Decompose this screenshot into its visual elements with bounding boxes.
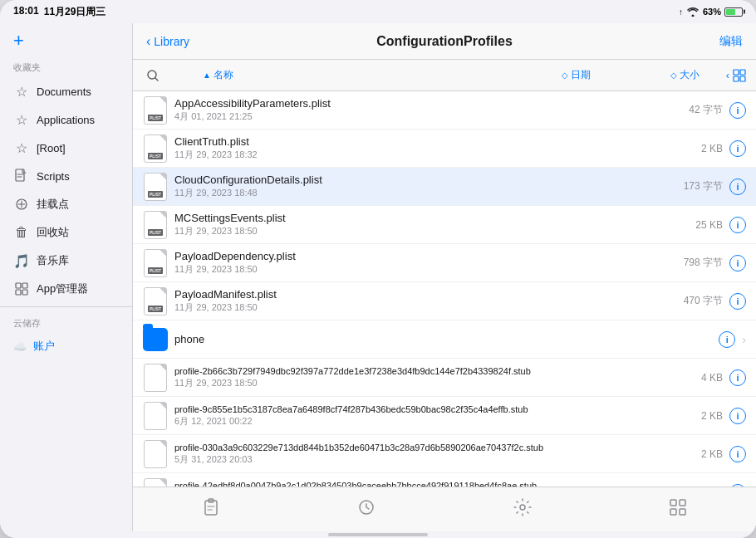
tab-clipboard[interactable] <box>186 497 236 519</box>
file-row[interactable]: PLIST AppAccessibilityParameters.plist 4… <box>133 91 756 130</box>
file-info: profile-2b66c3b729f7949dbc92f397a772dde1… <box>174 366 666 389</box>
file-size: 25 KB <box>673 219 723 231</box>
sort-size-arrow: ◇ <box>670 71 677 80</box>
file-info-button[interactable]: i <box>729 255 746 271</box>
sidebar-item-trash[interactable]: 🗑 回收站 <box>0 218 132 247</box>
file-name: ClientTruth.plist <box>174 135 666 148</box>
file-row[interactable]: profile-2b66c3b729f7949dbc92f397a772dde1… <box>133 359 756 397</box>
sidebar-item-appmanager[interactable]: App管理器 <box>0 275 132 303</box>
sidebar-trash-label: 回收站 <box>37 225 69 240</box>
doc-icon <box>13 168 30 184</box>
chevron-right-icon: › <box>742 333 746 346</box>
plus-icon: + <box>13 32 24 50</box>
status-time: 18:01 <box>13 5 39 19</box>
tab-bar <box>133 487 756 531</box>
file-row-selected[interactable]: PLIST CloudConfigurationDetails.plist 11… <box>133 168 756 206</box>
sort-size-button[interactable]: ◇ 大小 <box>664 68 706 82</box>
file-info-button[interactable]: i <box>729 140 746 157</box>
file-date: 11月 29, 2023 18:50 <box>174 377 666 389</box>
file-name: profile-030a3a9c603229e713dd844b1b352de6… <box>174 443 666 452</box>
file-size: 42 字节 <box>673 103 723 117</box>
back-button[interactable]: ‹ Library <box>146 34 189 49</box>
file-name: MCSettingsEvents.plist <box>174 212 666 224</box>
svg-rect-15 <box>670 500 676 506</box>
app-icon <box>13 281 30 297</box>
file-row[interactable]: PLIST PayloadDependency.plist 11月 29, 20… <box>133 244 756 282</box>
sidebar-item-mountpoints[interactable]: 挂载点 <box>0 190 132 218</box>
file-info-button[interactable]: i <box>729 446 746 462</box>
sort-date-button[interactable]: ◇ 日期 <box>555 68 597 82</box>
file-date: 11月 29, 2023 18:50 <box>174 263 666 276</box>
back-label: Library <box>154 35 189 48</box>
file-info: PayloadDependency.plist 11月 29, 2023 18:… <box>174 250 666 276</box>
svg-rect-17 <box>670 509 676 515</box>
folder-row[interactable]: phone i › <box>133 320 756 359</box>
file-icon-plist: PLIST <box>143 211 168 239</box>
file-size: 173 字节 <box>673 179 723 193</box>
sidebar-account-label: 账户 <box>33 339 55 354</box>
star-icon: ☆ <box>13 139 30 156</box>
nav-bar: ‹ Library ConfigurationProfiles 编辑 <box>133 23 756 60</box>
file-name: CloudConfigurationDetails.plist <box>174 174 666 186</box>
file-icon-plist: PLIST <box>143 173 168 201</box>
svg-rect-5 <box>22 290 27 295</box>
star-icon: ☆ <box>13 111 30 128</box>
file-info-button[interactable]: i <box>729 217 746 233</box>
file-icon-stub <box>143 478 168 487</box>
file-info: profile-42edbf8d0a0047b9a2c1d02b834503b9… <box>174 481 666 487</box>
svg-point-14 <box>520 505 525 510</box>
sort-name-button[interactable]: ▲ 名称 <box>196 68 240 82</box>
search-button[interactable] <box>143 66 163 86</box>
file-info-button[interactable]: i <box>729 293 746 310</box>
sidebar-documents-label: Documents <box>37 86 91 98</box>
sidebar-item-account[interactable]: ☁️ 账户 <box>0 333 132 359</box>
file-row[interactable]: PLIST PayloadManifest.plist 11月 29, 2023… <box>133 282 756 320</box>
sidebar-item-scripts[interactable]: Scripts <box>0 162 132 190</box>
file-info-button[interactable]: i <box>729 408 746 424</box>
device-frame: 18:01 11月29日周三 ↑ 63% + 收藏夹 ☆ Do <box>0 0 756 538</box>
file-date: 5月 31, 2023 20:03 <box>174 453 666 466</box>
svg-rect-7 <box>734 70 739 75</box>
file-icon-plist: PLIST <box>143 249 168 277</box>
file-row[interactable]: PLIST MCSettingsEvents.plist 11月 29, 202… <box>133 206 756 244</box>
file-row[interactable]: profile-42edbf8d0a0047b9a2c1d02b834503b9… <box>133 473 756 487</box>
file-row[interactable]: PLIST ClientTruth.plist 11月 29, 2023 18:… <box>133 130 756 168</box>
sidebar-applications-label: Applications <box>37 114 95 126</box>
file-name: profile-9c855e1b5c3187c8ea7a6489f8cf74f2… <box>174 404 666 414</box>
sidebar-item-documents[interactable]: ☆ Documents <box>0 77 132 105</box>
tab-browse[interactable] <box>653 497 703 519</box>
clipboard-icon <box>201 497 221 517</box>
square-grid-icon <box>668 497 688 517</box>
sidebar-mountpoints-label: 挂载点 <box>37 197 69 212</box>
folder-icon-wrapper <box>143 325 168 354</box>
sort-date-arrow: ◇ <box>562 71 568 80</box>
file-size: 2 KB <box>673 448 723 460</box>
edit-button[interactable]: 编辑 <box>719 34 743 49</box>
chevron-left-icon: ‹ <box>146 34 150 49</box>
sidebar-item-applications[interactable]: ☆ Applications <box>0 105 132 134</box>
star-icon: ☆ <box>13 83 30 100</box>
file-name: PayloadManifest.plist <box>174 288 666 301</box>
file-info-button[interactable]: i <box>729 102 746 119</box>
svg-rect-8 <box>740 70 745 75</box>
file-info-button[interactable]: i <box>729 369 746 386</box>
sidebar-scripts-label: Scripts <box>37 170 70 183</box>
file-row[interactable]: profile-030a3a9c603229e713dd844b1b352de6… <box>133 435 756 473</box>
file-row[interactable]: profile-9c855e1b5c3187c8ea7a6489f8cf74f2… <box>133 397 756 435</box>
sidebar: + 收藏夹 ☆ Documents ☆ Applications ☆ [Root… <box>0 23 133 531</box>
home-bar <box>328 533 428 536</box>
file-name: profile-42edbf8d0a0047b9a2c1d02b834503b9… <box>174 481 666 487</box>
file-info-button[interactable]: i <box>729 179 746 195</box>
file-name: PayloadDependency.plist <box>174 250 666 262</box>
toolbar: ▲ 名称 ◇ 日期 ◇ 大小 ‹ <box>133 60 756 91</box>
add-button[interactable]: + <box>0 23 132 58</box>
view-toggle-button[interactable]: ‹ <box>726 69 746 82</box>
tab-recents[interactable] <box>341 497 391 519</box>
sidebar-item-music[interactable]: 🎵 音乐库 <box>0 247 132 275</box>
sidebar-item-root[interactable]: ☆ [Root] <box>0 134 132 162</box>
sort-arrow-up: ▲ <box>203 71 211 80</box>
wifi-icon <box>686 7 700 17</box>
file-list: PLIST AppAccessibilityParameters.plist 4… <box>133 91 756 487</box>
tab-settings[interactable] <box>498 497 547 519</box>
file-info-button[interactable]: i <box>719 331 735 348</box>
